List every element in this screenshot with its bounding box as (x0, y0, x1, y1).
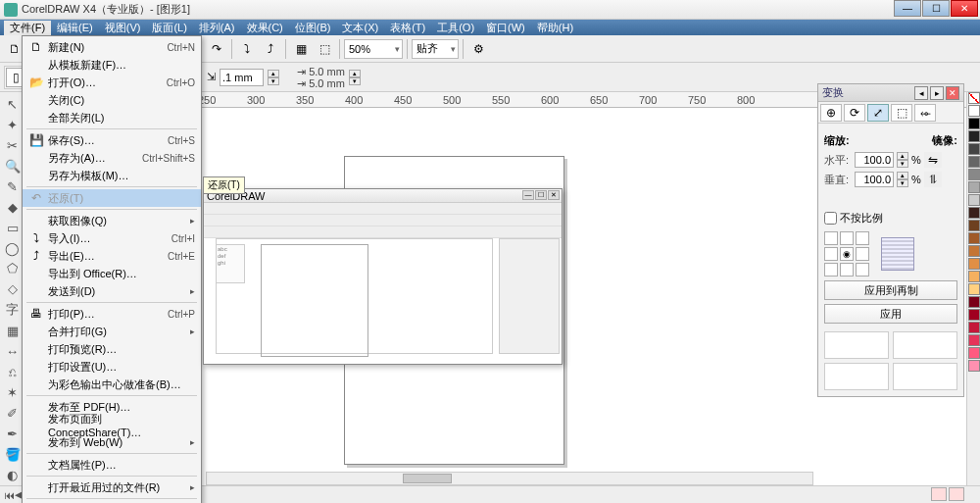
interactive-fill-icon[interactable]: ◐ (2, 466, 24, 484)
snap-combo[interactable]: 贴齐 (412, 39, 459, 59)
anchor-grid[interactable] (824, 231, 869, 277)
menu-item[interactable]: 💾保存(S)…Ctrl+S (23, 131, 201, 149)
color-swatch[interactable] (968, 360, 980, 372)
welcome-icon[interactable]: ⬚ (314, 38, 335, 60)
docker-close-button[interactable]: ✕ (946, 86, 959, 100)
menu-item[interactable]: 文档属性(P)… (23, 456, 201, 474)
h-spinner[interactable]: ▴▾ (897, 152, 908, 168)
menu-item[interactable]: 合并打印(G) (23, 323, 201, 340)
mirror-v-icon[interactable]: ⥮ (924, 172, 942, 187)
color-swatch[interactable] (968, 194, 980, 206)
color-swatch[interactable] (968, 181, 980, 193)
ellipse-tool-icon[interactable]: ◯ (2, 239, 24, 258)
menu-item[interactable]: 全部关闭(L) (23, 109, 201, 126)
export-icon[interactable]: ⤴ (260, 38, 281, 60)
menu-item[interactable]: 发布到 Web(W) (23, 433, 201, 451)
menu-item[interactable]: 导出到 Office(R)… (23, 265, 201, 282)
color-swatch[interactable] (968, 220, 980, 231)
menu-item[interactable]: 发送到(D) (23, 282, 201, 300)
color-swatch[interactable] (968, 258, 980, 270)
color-swatch[interactable] (968, 232, 980, 244)
rotate-tab-icon[interactable]: ⟳ (844, 104, 865, 122)
pick-tool-icon[interactable]: ↖ (2, 95, 24, 114)
menu-item[interactable]: 发布页面到 ConceptShare(T)… (23, 416, 201, 433)
menu-item[interactable]: 打印设置(U)… (23, 358, 201, 376)
basic-shapes-icon[interactable]: ◇ (2, 279, 24, 298)
menu-text[interactable]: 文本(X) (336, 21, 384, 35)
menu-item[interactable]: 打印预览(R)… (23, 340, 201, 358)
dimension-tool-icon[interactable]: ↔ (2, 342, 24, 361)
menu-tools[interactable]: 工具(O) (431, 21, 480, 35)
menu-view[interactable]: 视图(V) (99, 21, 147, 35)
crop-tool-icon[interactable]: ✂ (2, 136, 24, 155)
color-swatch[interactable] (968, 156, 980, 168)
preset-slot[interactable] (893, 363, 957, 390)
menu-item[interactable]: ⤵导入(I)…Ctrl+I (23, 229, 201, 247)
outline-tool-icon[interactable]: ✒ (2, 425, 24, 443)
fill-tool-icon[interactable]: 🪣 (2, 445, 24, 464)
v-spinner[interactable]: ▴▾ (897, 172, 908, 187)
color-swatch[interactable] (968, 130, 980, 142)
menu-item[interactable]: 从模板新建(F)… (23, 56, 201, 74)
outline-swatch-icon[interactable] (949, 487, 964, 501)
connector-tool-icon[interactable]: ⎌ (2, 363, 24, 381)
zoom-tool-icon[interactable]: 🔍 (2, 157, 24, 176)
color-swatch[interactable] (968, 347, 980, 359)
smartfill-tool-icon[interactable]: ◆ (2, 198, 24, 217)
text-tool-icon[interactable]: 字 (2, 300, 24, 320)
menu-table[interactable]: 表格(T) (384, 21, 431, 35)
freehand-tool-icon[interactable]: ✎ (2, 177, 24, 196)
menu-item[interactable]: 另存为模板(M)… (23, 167, 201, 184)
menu-item[interactable]: 获取图像(Q) (23, 212, 201, 229)
polygon-tool-icon[interactable]: ⬠ (2, 260, 24, 278)
color-swatch[interactable] (968, 245, 980, 257)
dup-spinner[interactable]: ▴▾ (349, 70, 361, 85)
color-swatch[interactable] (968, 322, 980, 333)
rectangle-tool-icon[interactable]: ▭ (2, 219, 24, 237)
redo-icon[interactable]: ↷ (206, 38, 227, 60)
skew-tab-icon[interactable]: ⬰ (914, 104, 936, 122)
menu-bitmaps[interactable]: 位图(B) (289, 21, 337, 35)
scale-tab-icon[interactable]: ⤢ (867, 104, 889, 122)
scrollbar-thumb[interactable] (403, 474, 452, 483)
color-swatch[interactable] (968, 309, 980, 321)
color-swatch[interactable] (968, 296, 980, 308)
preset-slot[interactable] (824, 363, 889, 390)
color-swatch[interactable] (968, 207, 980, 219)
docker-prev-button[interactable]: ◂ (914, 86, 928, 100)
page-nav-first-icon[interactable]: ⏮ (4, 489, 15, 501)
mirror-h-icon[interactable]: ⇋ (924, 152, 942, 168)
v-scale-input[interactable] (855, 172, 894, 187)
table-tool-icon[interactable]: ▦ (2, 322, 24, 340)
import-icon[interactable]: ⤵ (236, 38, 258, 60)
effects-tool-icon[interactable]: ✶ (2, 383, 24, 402)
fill-swatch-icon[interactable] (931, 487, 947, 501)
menu-item[interactable]: 另存为(A)…Ctrl+Shift+S (23, 149, 201, 167)
color-swatch[interactable] (968, 143, 980, 155)
menu-item[interactable]: ⤴导出(E)…Ctrl+E (23, 247, 201, 265)
preset-slot[interactable] (824, 331, 889, 359)
nudge-spinner[interactable]: ▴▾ (268, 70, 279, 85)
position-tab-icon[interactable]: ⊕ (820, 104, 842, 122)
preset-slot[interactable] (893, 331, 957, 359)
close-button[interactable]: ✕ (951, 0, 978, 17)
color-swatch[interactable] (968, 283, 980, 295)
nonprop-checkbox[interactable] (824, 212, 837, 225)
minimize-button[interactable]: — (894, 0, 921, 17)
menu-item[interactable]: 关闭(C) (23, 91, 201, 109)
menu-item[interactable]: 打开最近用过的文件(R) (23, 478, 201, 496)
color-swatch[interactable] (968, 271, 980, 282)
eyedropper-tool-icon[interactable]: ✐ (2, 404, 24, 423)
menu-item[interactable]: 为彩色输出中心做准备(B)… (23, 376, 201, 393)
no-color-swatch[interactable] (968, 92, 980, 104)
zoom-combo[interactable]: 50% (344, 39, 403, 59)
color-swatch[interactable] (968, 118, 980, 129)
maximize-button[interactable]: ☐ (922, 0, 950, 17)
menu-file[interactable]: 文件(F) (4, 21, 51, 35)
shape-tool-icon[interactable]: ✦ (2, 116, 24, 134)
docker-next-button[interactable]: ▸ (930, 86, 944, 100)
apply-duplicate-button[interactable]: 应用到再制 (824, 280, 957, 300)
menu-effects[interactable]: 效果(C) (241, 21, 289, 35)
menu-edit[interactable]: 编辑(E) (51, 21, 99, 35)
size-tab-icon[interactable]: ⬚ (891, 104, 912, 122)
